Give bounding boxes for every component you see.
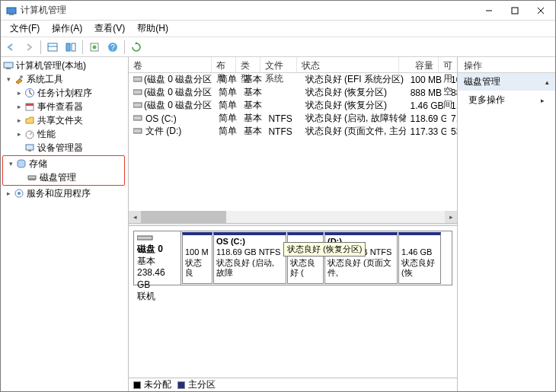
col-layout[interactable]: 布局	[212, 57, 236, 72]
actions-more[interactable]: 更多操作 ▸	[458, 91, 555, 109]
partition-size: 100 M	[185, 247, 209, 257]
tree-device-manager[interactable]: 设备管理器	[1, 141, 128, 155]
help-button[interactable]: ?	[104, 39, 121, 56]
view-details-button[interactable]	[62, 39, 79, 56]
view-list-button[interactable]	[44, 39, 61, 56]
collapse-icon[interactable]: ▾	[6, 160, 15, 167]
volume-name: (磁盘 0 磁盘分区 1)	[144, 73, 214, 86]
tree-label: 系统工具	[27, 73, 63, 86]
table-row[interactable]: 文件 (D:)简单基本NTFS状态良好 (页面文件, 主分区)117.33 GB…	[129, 125, 457, 138]
volume-status: 状态良好 (页面文件, 主分区)	[301, 125, 406, 138]
expand-icon[interactable]: ▸	[14, 130, 24, 138]
expand-icon[interactable]: ▸	[14, 116, 24, 124]
volume-layout: 简单	[214, 99, 239, 112]
partition-size: 1.46 GB	[401, 247, 432, 257]
volume-free: 1.46 GB	[446, 100, 457, 111]
svg-rect-1	[9, 14, 14, 15]
svg-rect-32	[133, 90, 142, 94]
volume-name: OS (C:)	[145, 113, 177, 124]
col-free[interactable]: 可用空间	[439, 57, 457, 72]
col-type[interactable]: 类型	[236, 57, 260, 72]
table-row[interactable]: OS (C:)简单基本NTFS状态良好 (启动, 故障转储, 主分区)118.6…	[129, 112, 457, 125]
expand-icon[interactable]: ▸	[14, 103, 24, 110]
disk-graphical-view: 磁盘 0 基本 238.46 GB 联机 100 M状态良OS (C:)118.…	[129, 226, 457, 391]
expand-icon[interactable]: ▸	[4, 190, 13, 197]
volume-status: 状态良好 (恢复分区)	[301, 99, 406, 112]
svg-rect-6	[48, 43, 57, 51]
collapse-icon[interactable]: ▾	[4, 75, 13, 83]
toolbar-separator	[124, 40, 125, 54]
tree-task-scheduler[interactable]: ▸ 任务计划程序	[1, 86, 128, 100]
properties-button[interactable]	[86, 39, 103, 56]
nav-fwd-button[interactable]	[21, 39, 37, 56]
tooltip: 状态良好 (恢复分区)	[283, 242, 366, 257]
partition-status: 状态良	[185, 258, 202, 278]
tree-performance[interactable]: ▸ 性能	[1, 127, 128, 141]
tree-storage[interactable]: ▾ 存储	[3, 157, 124, 171]
partition-status: 状态良好 (启动, 故障	[216, 258, 274, 278]
scroll-left-button[interactable]: ◂	[129, 211, 141, 223]
disk-row[interactable]: 磁盘 0 基本 238.46 GB 联机 100 M状态良OS (C:)118.…	[133, 231, 452, 285]
menu-view[interactable]: 查看(V)	[88, 21, 131, 37]
partition[interactable]: 100 M状态良	[182, 232, 212, 284]
table-row[interactable]: (磁盘 0 磁盘分区 1)简单基本状态良好 (EFI 系统分区)100 MB10…	[129, 73, 457, 86]
partition[interactable]: 888 MB状态良好 (	[287, 232, 324, 284]
tree-label: 存储	[29, 158, 47, 171]
volume-status: 状态良好 (EFI 系统分区)	[301, 73, 406, 86]
volume-icon	[133, 127, 144, 136]
tree-disk-management[interactable]: 磁盘管理	[3, 171, 124, 184]
toolbar-separator	[82, 40, 83, 54]
table-row[interactable]: (磁盘 0 磁盘分区 6)简单基本状态良好 (恢复分区)1.46 GB1.46 …	[129, 99, 457, 112]
legend: 未分配 主分区	[129, 378, 457, 391]
volume-free: 888 MB	[446, 88, 457, 98]
col-fs[interactable]: 文件系统	[260, 57, 296, 72]
col-volume[interactable]: 卷	[129, 57, 212, 72]
partition-size: 118.69 GB NTFS	[216, 247, 280, 257]
menu-action[interactable]: 操作(A)	[46, 21, 88, 37]
disk-info: 磁盘 0 基本 238.46 GB 联机	[134, 231, 181, 285]
tree-label: 性能	[37, 128, 56, 141]
volume-icon	[133, 101, 142, 110]
tree-system-tools[interactable]: ▾ 系统工具	[1, 72, 128, 86]
disk-label: 磁盘 0	[137, 244, 163, 254]
scroll-right-button[interactable]: ▸	[445, 211, 457, 223]
partition[interactable]: (D:)117.33 GB NTFS状态良好 (页面文件,	[324, 232, 398, 284]
legend-primary: 主分区	[177, 378, 216, 391]
menu-help[interactable]: 帮助(H)	[131, 21, 174, 37]
tree-shared-folders[interactable]: ▸ 共享文件夹	[1, 113, 128, 127]
svg-rect-21	[26, 104, 34, 106]
scroll-track[interactable]	[141, 211, 445, 223]
titlebar: 计算机管理	[1, 1, 555, 21]
actions-header: 操作	[458, 57, 555, 73]
volume-body[interactable]: (磁盘 0 磁盘分区 1)简单基本状态良好 (EFI 系统分区)100 MB10…	[129, 73, 457, 211]
svg-rect-31	[133, 77, 142, 81]
col-status[interactable]: 状态	[297, 57, 399, 72]
scroll-thumb[interactable]	[141, 211, 226, 223]
partition[interactable]: 1.46 GB状态良好 (恢	[398, 232, 441, 284]
tree-root-label: 计算机管理(本地)	[16, 59, 86, 72]
performance-icon	[24, 128, 36, 140]
svg-text:?: ?	[110, 43, 115, 52]
volume-icon	[133, 75, 142, 84]
tree-services-apps[interactable]: ▸ 服务和应用程序	[1, 186, 128, 200]
menu-file[interactable]: 文件(F)	[4, 21, 46, 37]
volume-status: 状态良好 (恢复分区)	[301, 86, 406, 99]
navigation-tree: 计算机管理(本地) ▾ 系统工具 ▸ 任务计划程序 ▸ 事件查看器 ▸ 共享文件…	[1, 57, 129, 391]
maximize-button[interactable]	[502, 2, 528, 19]
partition-status: 状态良好 (恢	[401, 258, 435, 278]
horizontal-scrollbar[interactable]: ◂ ▸	[129, 211, 457, 223]
refresh-button[interactable]	[128, 39, 145, 56]
tree-root[interactable]: 计算机管理(本地)	[1, 59, 128, 72]
close-button[interactable]	[528, 2, 554, 19]
tree-event-viewer[interactable]: ▸ 事件查看器	[1, 100, 128, 113]
actions-section[interactable]: 磁盘管理 ▴	[458, 73, 555, 91]
nav-back-button[interactable]	[2, 39, 19, 56]
col-capacity[interactable]: 容量	[399, 57, 439, 72]
minimize-button[interactable]	[476, 2, 502, 19]
window-title: 计算机管理	[21, 4, 476, 17]
expand-icon[interactable]: ▸	[14, 89, 24, 97]
table-row[interactable]: (磁盘 0 磁盘分区 4)简单基本状态良好 (恢复分区)888 MB888 MB	[129, 86, 457, 99]
svg-rect-15	[6, 68, 11, 69]
partition[interactable]: OS (C:)118.69 GB NTFS状态良好 (启动, 故障	[213, 232, 286, 284]
volume-type: 基本	[239, 112, 264, 125]
